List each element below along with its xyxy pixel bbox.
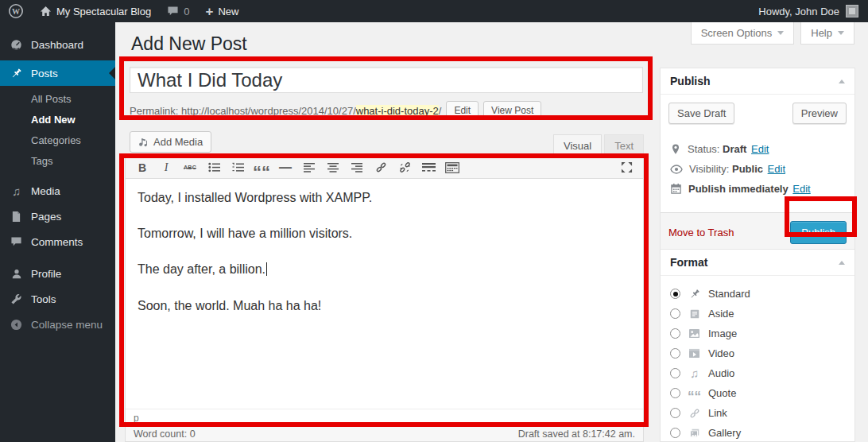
permalink-slug[interactable]: what-i-did-today-2 — [356, 105, 439, 117]
toolbar-toggle-icon — [445, 162, 459, 173]
collapse-panel-icon[interactable] — [839, 79, 845, 83]
status-label: Status: — [688, 143, 719, 155]
radio-image[interactable] — [670, 328, 680, 339]
toolbar-toggle-button[interactable] — [440, 158, 464, 177]
admin-menu: Dashboard Posts All Posts Add New Catego… — [0, 22, 115, 442]
text-tab[interactable]: Text — [604, 134, 644, 156]
visual-tab[interactable]: Visual — [553, 134, 602, 156]
sidebar-item-categories[interactable]: Categories — [0, 130, 115, 151]
sidebar-item-label: Collapse menu — [31, 319, 103, 331]
sidebar-item-comments[interactable]: Comments — [0, 229, 115, 254]
wordpress-logo-menu[interactable]: W — [0, 0, 32, 22]
format-label[interactable]: Image — [708, 328, 737, 339]
format-label[interactable]: Video — [708, 347, 734, 359]
chevron-down-icon — [838, 31, 844, 35]
move-to-trash-link[interactable]: Move to Trash — [668, 227, 734, 238]
publish-button[interactable]: Publish — [790, 221, 847, 244]
remove-link-button[interactable] — [393, 158, 417, 177]
radio-video[interactable] — [670, 348, 680, 359]
editor-paragraph: Today, I installed Wordpress with XAMPP. — [138, 188, 631, 207]
distraction-free-button[interactable] — [614, 158, 638, 177]
align-left-button[interactable] — [297, 158, 321, 177]
insert-link-icon — [375, 161, 387, 173]
sidebar-item-profile[interactable]: Profile — [0, 261, 115, 286]
help-tab[interactable]: Help — [800, 22, 854, 45]
insert-link-button[interactable] — [369, 158, 393, 177]
post-status-info: Word count: 0 Draft saved at 8:17:42 am. — [125, 427, 644, 442]
align-center-button[interactable] — [321, 158, 345, 177]
more-tag-button[interactable] — [417, 158, 440, 177]
screen-options-tab[interactable]: Screen Options — [691, 22, 795, 45]
format-label[interactable]: Aside — [708, 308, 734, 320]
post-title-input[interactable] — [130, 67, 643, 93]
radio-quote[interactable] — [670, 388, 680, 398]
schedule-row: Publish immediately Edit — [670, 183, 845, 195]
comment-count: 0 — [184, 6, 189, 17]
view-post-button[interactable]: View Post — [483, 101, 541, 120]
publish-panel-header[interactable]: Publish — [661, 68, 854, 95]
site-name: My Spectacular Blog — [56, 6, 151, 17]
sidebar-item-collapse-menu[interactable]: Collapse menu — [0, 312, 115, 337]
more-tag-icon — [422, 162, 436, 173]
radio-aside[interactable] — [670, 308, 680, 319]
format-option-aside: Aside — [670, 304, 845, 324]
wordpress-logo-icon: W — [8, 3, 24, 19]
preview-button[interactable]: Preview — [792, 103, 847, 124]
format-option-quote: ““ Quote — [670, 383, 845, 403]
format-label[interactable]: Audio — [708, 367, 734, 379]
sidebar-item-dashboard[interactable]: Dashboard — [0, 32, 115, 57]
aside-icon — [689, 308, 700, 320]
sidebar-item-pages[interactable]: Pages — [0, 204, 115, 229]
radio-gallery[interactable] — [670, 428, 680, 438]
sidebar-item-add-new[interactable]: Add New — [0, 110, 115, 130]
editor-toolbar: B I ABC ““ — — [126, 157, 643, 179]
format-panel-title: Format — [670, 256, 707, 269]
sidebar-item-media[interactable]: ♫ Media — [0, 178, 115, 204]
horizontal-rule-button[interactable]: — — [273, 158, 297, 177]
align-right-button[interactable] — [345, 158, 369, 177]
radio-audio[interactable] — [670, 368, 680, 378]
bold-button[interactable]: B — [130, 158, 154, 177]
sidebar-item-posts[interactable]: Posts — [0, 60, 115, 86]
sidebar-item-tags[interactable]: Tags — [0, 151, 115, 172]
blockquote-button[interactable]: ““ — [250, 158, 273, 177]
sidebar-item-tools[interactable]: Tools — [0, 286, 115, 312]
radio-standard[interactable] — [670, 289, 680, 299]
format-label[interactable]: Standard — [708, 288, 750, 300]
radio-link[interactable] — [670, 408, 680, 418]
link-icon — [689, 408, 700, 419]
sidebar-item-all-posts[interactable]: All Posts — [0, 89, 115, 110]
strikethrough-button[interactable]: ABC — [178, 158, 202, 177]
edit-permalink-button[interactable]: Edit — [446, 101, 479, 120]
pin-icon — [10, 68, 22, 79]
numbered-list-button[interactable] — [226, 158, 250, 177]
paragraph-text: Soon, the world. Muah ha ha ha! — [138, 299, 321, 312]
edit-status-link[interactable]: Edit — [751, 143, 769, 155]
italic-button[interactable]: I — [154, 158, 178, 177]
format-label[interactable]: Quote — [708, 387, 736, 399]
format-panel-header[interactable]: Format — [661, 250, 854, 276]
current-menu-arrow — [109, 67, 115, 79]
user-avatar[interactable] — [846, 5, 858, 17]
howdy-user-menu[interactable]: Howdy, John Doe — [758, 6, 839, 17]
element-path[interactable]: p — [134, 413, 139, 424]
comments-bubble-menu[interactable]: 0 — [159, 0, 197, 22]
format-label[interactable]: Gallery — [708, 427, 741, 439]
visit-site-link[interactable]: My Spectacular Blog — [32, 0, 159, 22]
new-content-menu[interactable]: + New — [197, 0, 246, 22]
plus-icon: + — [205, 5, 213, 18]
numbered-list-icon — [232, 162, 244, 173]
admin-bar: W My Spectacular Blog 0 + New Howdy, Joh… — [0, 0, 868, 22]
save-draft-button[interactable]: Save Draft — [668, 103, 734, 124]
sidebar-item-label: Profile — [31, 268, 61, 280]
screen-options-label: Screen Options — [701, 27, 773, 39]
collapse-panel-icon[interactable] — [839, 261, 845, 265]
format-option-standard: Standard — [670, 284, 845, 304]
home-icon — [40, 6, 52, 17]
major-publishing-actions: Move to Trash Publish — [661, 212, 854, 252]
format-label[interactable]: Link — [708, 407, 727, 419]
bulleted-list-button[interactable] — [202, 158, 226, 177]
editor-content[interactable]: Today, I installed Wordpress with XAMPP.… — [126, 179, 643, 409]
edit-visibility-link[interactable]: Edit — [768, 163, 785, 175]
edit-schedule-link[interactable]: Edit — [792, 183, 810, 195]
